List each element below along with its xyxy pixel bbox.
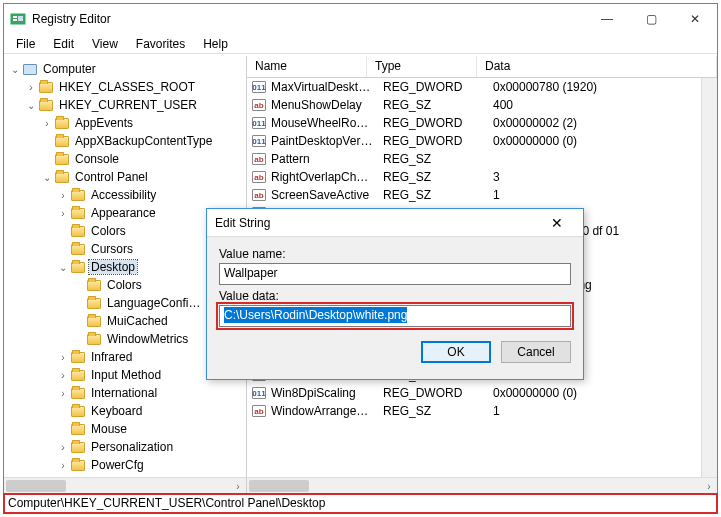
minimize-button[interactable]: — xyxy=(585,4,629,34)
menu-edit[interactable]: Edit xyxy=(45,35,82,53)
menu-view[interactable]: View xyxy=(84,35,126,53)
edit-string-dialog: Edit String ✕ Value name: Wallpaper Valu… xyxy=(206,208,584,380)
folder-icon xyxy=(54,170,70,184)
folder-icon xyxy=(70,404,86,418)
tree-label: Console xyxy=(73,152,121,166)
tree-label: Colors xyxy=(89,224,128,238)
ok-button[interactable]: OK xyxy=(421,341,491,363)
maximize-button[interactable]: ▢ xyxy=(629,4,673,34)
dialog-title: Edit String xyxy=(215,216,539,230)
list-row[interactable]: abWindowArrange…REG_SZ1 xyxy=(247,402,717,420)
expand-icon[interactable] xyxy=(24,82,38,93)
menu-favorites[interactable]: Favorites xyxy=(128,35,193,53)
dword-icon: 011 xyxy=(251,386,267,400)
expand-icon[interactable] xyxy=(40,118,54,129)
list-row[interactable]: abPatternREG_SZ xyxy=(247,150,717,168)
list-v-scrollbar[interactable] xyxy=(701,78,717,477)
tree-node[interactable]: HKEY_CURRENT_USER xyxy=(8,96,246,114)
tree-label: HKEY_CLASSES_ROOT xyxy=(57,80,197,94)
string-icon: ab xyxy=(251,170,267,184)
cell-name: MouseWheelRo… xyxy=(271,116,383,130)
list-row[interactable]: abMenuShowDelayREG_SZ400 xyxy=(247,96,717,114)
dialog-close-button[interactable]: ✕ xyxy=(539,215,575,231)
folder-icon xyxy=(86,278,102,292)
string-icon: ab xyxy=(251,152,267,166)
list-row[interactable]: abRightOverlapCh…REG_SZ3 xyxy=(247,168,717,186)
folder-icon xyxy=(70,206,86,220)
tree-label: Personalization xyxy=(89,440,175,454)
svg-rect-3 xyxy=(18,16,23,21)
cell-type: REG_SZ xyxy=(383,170,493,184)
list-row[interactable]: abScreenSaveActiveREG_SZ1 xyxy=(247,186,717,204)
tree-node[interactable]: Computer xyxy=(8,60,246,78)
folder-icon xyxy=(70,350,86,364)
menu-help[interactable]: Help xyxy=(195,35,236,53)
collapse-icon[interactable] xyxy=(40,172,54,183)
folder-icon xyxy=(86,296,102,310)
expand-icon[interactable] xyxy=(56,208,70,219)
expand-icon[interactable] xyxy=(56,388,70,399)
tree-node[interactable]: International xyxy=(8,384,246,402)
collapse-icon[interactable] xyxy=(8,64,22,75)
collapse-icon[interactable] xyxy=(24,100,38,111)
tree-node[interactable]: PowerCfg xyxy=(8,456,246,474)
cancel-button[interactable]: Cancel xyxy=(501,341,571,363)
folder-icon xyxy=(70,458,86,472)
expand-icon[interactable] xyxy=(56,442,70,453)
cell-name: PaintDesktopVer… xyxy=(271,134,383,148)
tree-label: International xyxy=(89,386,159,400)
folder-icon xyxy=(54,116,70,130)
cell-type: REG_DWORD xyxy=(383,116,493,130)
cell-data: 400 xyxy=(493,98,713,112)
list-row[interactable]: 011Win8DpiScalingREG_DWORD0x00000000 (0) xyxy=(247,384,717,402)
tree-node[interactable]: Console xyxy=(8,150,246,168)
tree-label: Appearance xyxy=(89,206,158,220)
menu-file[interactable]: File xyxy=(8,35,43,53)
statusbar-path: Computer\HKEY_CURRENT_USER\Control Panel… xyxy=(4,494,717,513)
titlebar[interactable]: Registry Editor — ▢ ✕ xyxy=(4,4,717,34)
tree-node[interactable]: Accessibility xyxy=(8,186,246,204)
expand-icon[interactable] xyxy=(56,352,70,363)
tree-node[interactable]: Control Panel xyxy=(8,168,246,186)
computer-icon xyxy=(22,62,38,76)
cell-name: Pattern xyxy=(271,152,383,166)
cell-name: MaxVirtualDeskt… xyxy=(271,80,383,94)
cell-name: RightOverlapCh… xyxy=(271,170,383,184)
list-h-scrollbar[interactable]: ‹› xyxy=(247,477,717,493)
col-name[interactable]: Name xyxy=(247,56,367,77)
list-row[interactable]: 011MaxVirtualDeskt…REG_DWORD0x00000780 (… xyxy=(247,78,717,96)
cell-name: WindowArrange… xyxy=(271,404,383,418)
value-name-input[interactable]: Wallpaper xyxy=(219,263,571,285)
expand-icon[interactable] xyxy=(56,370,70,381)
cell-name: MenuShowDelay xyxy=(271,98,383,112)
tree-label: HKEY_CURRENT_USER xyxy=(57,98,199,112)
folder-icon xyxy=(70,260,86,274)
col-type[interactable]: Type xyxy=(367,56,477,77)
folder-icon xyxy=(70,422,86,436)
string-icon: ab xyxy=(251,404,267,418)
tree-label: Mouse xyxy=(89,422,129,436)
cell-type: REG_SZ xyxy=(383,152,493,166)
list-row[interactable]: 011MouseWheelRo…REG_DWORD0x00000002 (2) xyxy=(247,114,717,132)
col-data[interactable]: Data xyxy=(477,56,717,77)
folder-icon xyxy=(70,224,86,238)
tree-node[interactable]: AppXBackupContentType xyxy=(8,132,246,150)
list-row[interactable]: 011PaintDesktopVer…REG_DWORD0x00000000 (… xyxy=(247,132,717,150)
cell-type: REG_DWORD xyxy=(383,386,493,400)
tree-node[interactable]: Keyboard xyxy=(8,402,246,420)
tree-node[interactable]: AppEvents xyxy=(8,114,246,132)
value-data-input[interactable]: C:\Users\Rodin\Desktop\white.png xyxy=(219,305,571,327)
tree-h-scrollbar[interactable]: ‹› xyxy=(4,477,246,493)
collapse-icon[interactable] xyxy=(56,262,70,273)
tree-label: Computer xyxy=(41,62,98,76)
window-title: Registry Editor xyxy=(32,12,585,26)
list-header[interactable]: Name Type Data xyxy=(247,56,717,78)
close-button[interactable]: ✕ xyxy=(673,4,717,34)
tree-node[interactable]: Mouse xyxy=(8,420,246,438)
expand-icon[interactable] xyxy=(56,190,70,201)
tree-node[interactable]: Personalization xyxy=(8,438,246,456)
expand-icon[interactable] xyxy=(56,460,70,471)
tree-node[interactable]: HKEY_CLASSES_ROOT xyxy=(8,78,246,96)
cell-data: 0x00000000 (0) xyxy=(493,386,713,400)
tree-label: Desktop xyxy=(89,260,137,274)
